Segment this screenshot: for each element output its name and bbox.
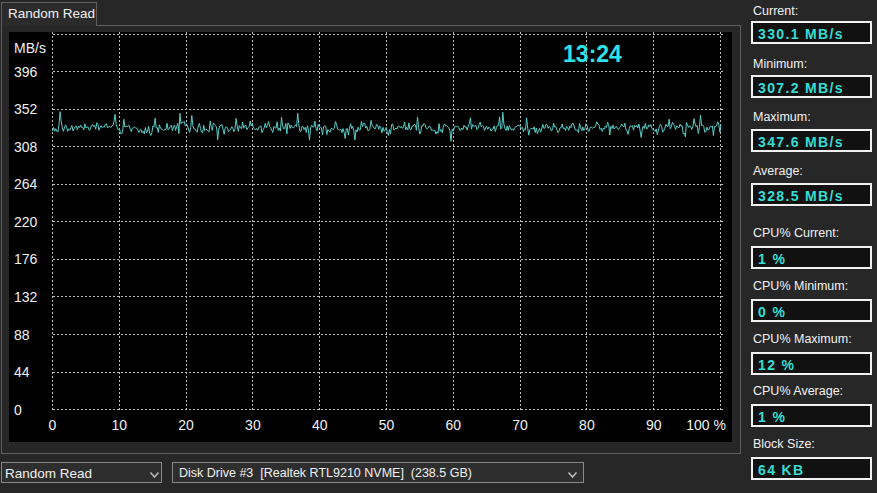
svg-text:80: 80 — [579, 417, 595, 433]
svg-text:60: 60 — [446, 417, 462, 433]
svg-text:264: 264 — [14, 176, 38, 192]
svg-text:220: 220 — [14, 214, 38, 230]
svg-text:50: 50 — [379, 417, 395, 433]
svg-text:352: 352 — [14, 101, 38, 117]
svg-text:132: 132 — [14, 289, 38, 305]
svg-text:70: 70 — [512, 417, 528, 433]
svg-text:0: 0 — [49, 417, 57, 433]
svg-text:308: 308 — [14, 139, 38, 155]
svg-text:13:24: 13:24 — [563, 41, 622, 67]
svg-text:30: 30 — [245, 417, 261, 433]
svg-text:MB/s: MB/s — [14, 40, 46, 56]
svg-text:0: 0 — [14, 402, 22, 418]
svg-text:90: 90 — [646, 417, 662, 433]
svg-text:176: 176 — [14, 251, 38, 267]
svg-text:20: 20 — [178, 417, 194, 433]
svg-text:10: 10 — [112, 417, 128, 433]
svg-text:44: 44 — [14, 364, 30, 380]
svg-text:40: 40 — [312, 417, 328, 433]
svg-text:88: 88 — [14, 327, 30, 343]
svg-text:100 %: 100 % — [686, 417, 726, 433]
svg-text:396: 396 — [14, 64, 38, 80]
